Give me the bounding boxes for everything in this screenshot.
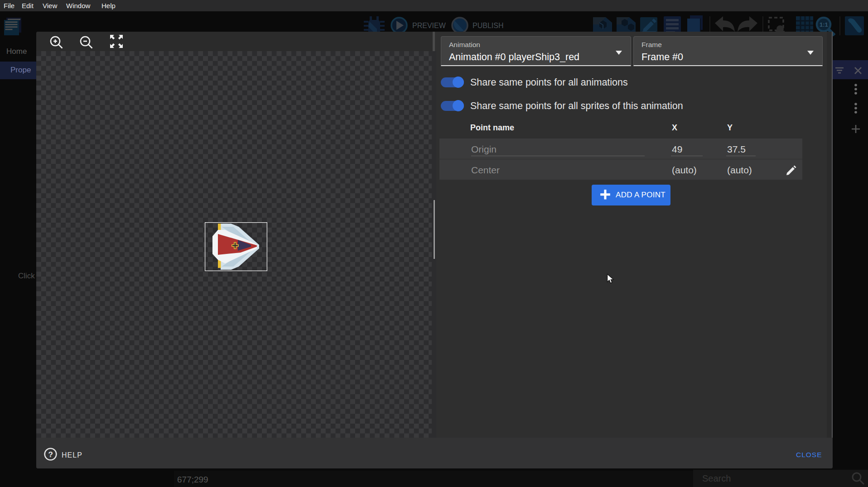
svg-text:PREVIEW: PREVIEW [412,22,446,29]
svg-text:1:1: 1:1 [820,21,828,28]
svg-text:?: ? [48,450,53,459]
svg-text:PUBLISH: PUBLISH [473,22,503,29]
